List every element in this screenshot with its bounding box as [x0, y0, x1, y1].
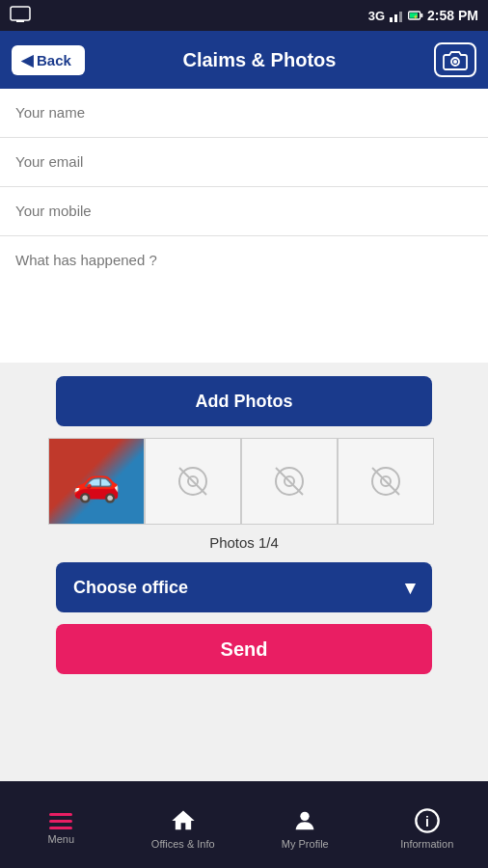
- photo-placeholder-icon-4: [370, 466, 401, 497]
- info-icon: i: [414, 807, 441, 834]
- status-bar: 3G ⚡ 2:58 PM: [0, 0, 488, 31]
- svg-rect-1: [16, 20, 24, 22]
- nav-item-offices[interactable]: Offices & Info: [122, 781, 245, 868]
- camera-button[interactable]: [434, 42, 476, 77]
- nav-item-menu[interactable]: Menu: [0, 781, 122, 868]
- photo-slot-3[interactable]: [241, 438, 338, 525]
- mobile-input[interactable]: [15, 203, 473, 219]
- svg-point-20: [301, 812, 310, 821]
- add-photos-button[interactable]: Add Photos: [56, 376, 432, 426]
- photos-counter: Photos 1/4: [209, 534, 279, 551]
- choose-office-label: Choose office: [73, 578, 188, 598]
- nav-item-profile[interactable]: My Profile: [244, 781, 366, 868]
- photo-slot-2[interactable]: [145, 438, 241, 525]
- status-time: 2:58 PM: [427, 8, 478, 23]
- page-title: Claims & Photos: [85, 49, 434, 71]
- choose-office-button[interactable]: Choose office ▾: [56, 562, 432, 612]
- photo-placeholder-icon-3: [274, 466, 305, 497]
- camera-icon: [443, 49, 468, 70]
- svg-point-10: [453, 60, 457, 64]
- signal-icon: [389, 8, 404, 23]
- svg-text:i: i: [425, 814, 429, 829]
- back-button[interactable]: ◀ Back: [12, 45, 85, 75]
- nav-item-information[interactable]: i Information: [366, 781, 489, 868]
- description-field-container: [0, 236, 488, 363]
- form-section: [0, 89, 488, 363]
- description-input[interactable]: [15, 252, 473, 343]
- svg-text:⚡: ⚡: [413, 14, 419, 20]
- main-content: Add Photos: [0, 89, 488, 761]
- network-type: 3G: [368, 9, 385, 23]
- send-button[interactable]: Send: [56, 624, 432, 674]
- nav-label-information: Information: [400, 838, 453, 850]
- screen-icon: [10, 6, 31, 27]
- svg-rect-7: [420, 14, 422, 17]
- nav-label-profile: My Profile: [282, 838, 329, 850]
- mobile-field-container: [0, 187, 488, 236]
- back-label: Back: [37, 52, 71, 68]
- menu-icon: [49, 813, 72, 829]
- email-field-container: [0, 138, 488, 187]
- chevron-down-icon: ▾: [405, 576, 415, 599]
- email-input[interactable]: [15, 153, 473, 170]
- nav-label-offices: Offices & Info: [151, 838, 215, 850]
- home-icon: [170, 807, 197, 834]
- bottom-nav: Menu Offices & Info My Profile i Informa…: [0, 781, 488, 868]
- photo-slot-4[interactable]: [338, 438, 434, 525]
- photo-slot-1[interactable]: [48, 438, 145, 525]
- svg-rect-3: [394, 14, 397, 22]
- name-field-container: [0, 89, 488, 138]
- photo-placeholder-icon-2: [177, 466, 208, 497]
- photos-grid: [48, 438, 440, 525]
- photos-area: Photos 1/4: [48, 438, 440, 562]
- back-arrow-icon: ◀: [21, 51, 33, 69]
- status-icons: 3G ⚡ 2:58 PM: [368, 8, 478, 23]
- nav-label-menu: Menu: [47, 833, 74, 845]
- actions-section: Add Photos: [0, 363, 488, 674]
- svg-rect-4: [399, 12, 402, 22]
- name-input[interactable]: [15, 104, 473, 121]
- car-image: [49, 439, 144, 524]
- svg-rect-0: [11, 7, 30, 20]
- person-icon: [291, 807, 318, 834]
- header: ◀ Back Claims & Photos: [0, 31, 488, 89]
- battery-icon: ⚡: [408, 8, 423, 23]
- svg-rect-2: [390, 17, 393, 22]
